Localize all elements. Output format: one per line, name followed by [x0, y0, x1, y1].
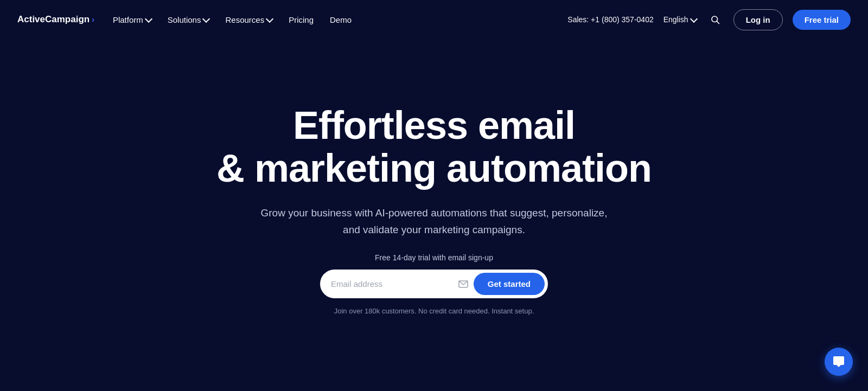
hero-section: Effortless email & marketing automation … — [0, 39, 868, 391]
hero-subtitle: Grow your business with AI-powered autom… — [260, 205, 608, 238]
get-started-button[interactable]: Get started — [474, 273, 545, 295]
chevron-down-icon — [690, 15, 698, 22]
nav-pricing[interactable]: Pricing — [281, 11, 321, 29]
chat-icon — [832, 355, 845, 368]
free-trial-button[interactable]: Free trial — [793, 10, 851, 30]
hero-note: Join over 180k customers. No credit card… — [334, 307, 534, 315]
chat-button[interactable] — [825, 348, 853, 376]
nav-right: Sales: +1 (800) 357-0402 English Log in … — [567, 9, 851, 30]
svg-line-1 — [717, 21, 719, 23]
search-button[interactable] — [706, 11, 724, 28]
search-icon — [710, 15, 720, 24]
navbar: ActiveCampaign › Platform Solutions Reso… — [0, 0, 868, 39]
nav-links: Platform Solutions Resources Pricing Dem… — [105, 11, 567, 29]
nav-demo[interactable]: Demo — [322, 11, 359, 29]
chevron-down-icon — [202, 15, 210, 22]
login-button[interactable]: Log in — [733, 9, 783, 30]
chevron-down-icon — [266, 15, 273, 22]
nav-solutions[interactable]: Solutions — [160, 11, 217, 29]
email-form: Get started — [320, 270, 548, 298]
language-selector[interactable]: English — [663, 15, 697, 24]
logo-text: ActiveCampaign — [17, 14, 90, 25]
phone-number: Sales: +1 (800) 357-0402 — [567, 15, 653, 24]
email-icon — [453, 280, 474, 288]
logo[interactable]: ActiveCampaign › — [17, 14, 94, 25]
trial-label: Free 14-day trial with email sign-up — [375, 253, 493, 262]
email-input[interactable] — [331, 279, 453, 289]
chevron-down-icon — [145, 15, 152, 22]
language-label: English — [663, 15, 688, 24]
logo-arrow: › — [92, 15, 94, 24]
hero-title: Effortless email & marketing automation — [216, 104, 652, 190]
nav-platform[interactable]: Platform — [105, 11, 159, 29]
nav-resources[interactable]: Resources — [218, 11, 280, 29]
